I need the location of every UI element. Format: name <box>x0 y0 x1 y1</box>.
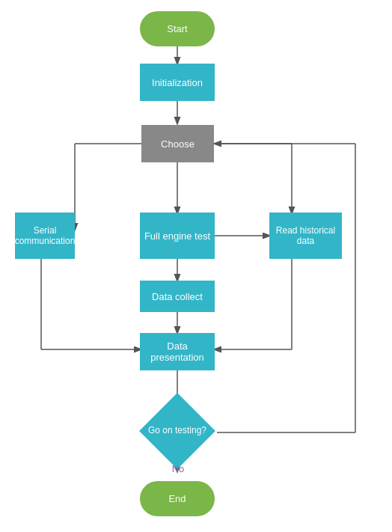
full-engine-test-node: Full engine test <box>140 213 215 259</box>
initialization-node: Initialization <box>140 64 215 101</box>
data-collect-node: Data collect <box>140 281 215 312</box>
choose-node: Choose <box>141 125 214 162</box>
serial-communication-node: Serial communication <box>15 213 75 259</box>
read-historical-data-node: Read historical data <box>269 213 342 259</box>
go-on-testing-node: Go on testing? <box>117 404 237 458</box>
end-node: End <box>140 481 215 516</box>
data-presentation-node: Data presentation <box>140 333 215 370</box>
start-node: Start <box>140 11 215 46</box>
no-label: No <box>163 462 193 474</box>
